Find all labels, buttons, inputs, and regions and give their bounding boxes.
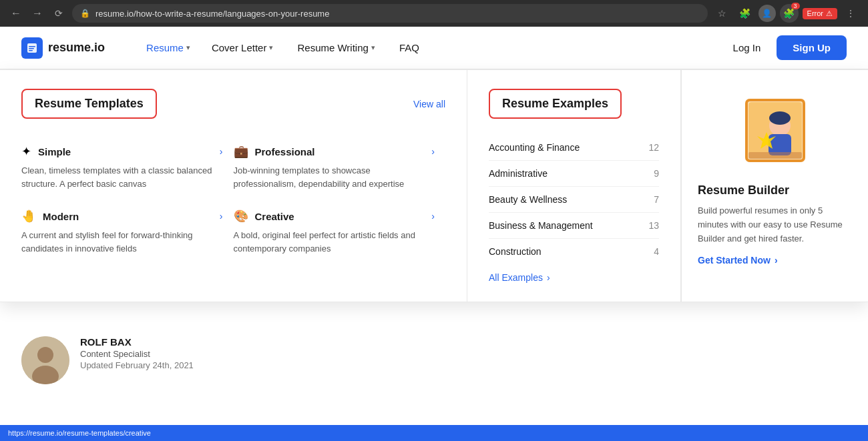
arrow-right-icon: ›: [431, 211, 435, 222]
lock-icon: 🔒: [80, 9, 90, 18]
main-nav: Resume ▾ Cover Letter ▾ Resume Writing ▾…: [137, 37, 704, 59]
template-item-simple[interactable]: ✦ Simple › Clean, timeless templates wit…: [21, 135, 234, 199]
browser-action-buttons: ☆ 🧩 👤 3 🧩 Error ⚠ ⋮: [713, 4, 860, 23]
templates-section: Resume Templates View all ✦ Simple › Cle…: [0, 70, 467, 302]
promo-title: Resume Builder: [698, 183, 789, 197]
author-name: ROLF BAX: [80, 336, 194, 348]
extension-area: 3 🧩: [780, 4, 799, 23]
ext-button[interactable]: 3 🧩: [780, 4, 799, 23]
nav-dropdown: Resume Templates View all ✦ Simple › Cle…: [0, 69, 868, 302]
example-row-construction[interactable]: Construction 4: [489, 239, 659, 264]
template-item-professional[interactable]: 💼 Professional › Job-winning templates t…: [234, 135, 446, 199]
author-info: ROLF BAX Content Specialist Updated Febr…: [80, 336, 194, 370]
error-label: Error: [807, 9, 823, 17]
url-text: resume.io/how-to-write-a-resume/language…: [95, 9, 329, 19]
all-examples-label: All Examples: [489, 272, 543, 283]
nav-resume[interactable]: Resume ▾: [137, 37, 200, 59]
example-row-business[interactable]: Business & Management 13: [489, 213, 659, 239]
author-date: Updated February 24th, 2021: [80, 360, 194, 370]
nav-resume-writing[interactable]: Resume Writing ▾: [288, 37, 384, 59]
get-started-link[interactable]: Get Started Now ›: [698, 255, 778, 266]
star-button[interactable]: ☆: [713, 4, 732, 23]
examples-title: Resume Examples: [489, 89, 622, 119]
browser-chrome: ← → ⟳ 🔒 resume.io/how-to-write-a-resume/…: [0, 0, 868, 27]
site-header: resume.io Resume ▾ Cover Letter ▾ Resume…: [0, 27, 868, 69]
promo-illustration-area: [698, 89, 852, 175]
templates-title: Resume Templates: [21, 89, 157, 119]
template-item-creative[interactable]: 🎨 Creative › A bold, original feel perfe…: [234, 199, 446, 264]
url-bar[interactable]: 🔒 resume.io/how-to-write-a-resume/langua…: [72, 4, 708, 23]
example-row-beauty[interactable]: Beauty & Wellness 7: [489, 187, 659, 213]
view-all-link[interactable]: View all: [413, 99, 445, 109]
svg-point-8: [769, 111, 791, 125]
svg-rect-1: [29, 46, 35, 47]
profile-circle: 👤: [758, 5, 776, 22]
get-started-label: Get Started Now: [698, 255, 771, 266]
arrow-right-icon: ›: [775, 255, 778, 266]
arrow-right-icon: ›: [220, 146, 223, 157]
forward-button[interactable]: →: [29, 5, 45, 21]
svg-point-13: [37, 347, 53, 363]
back-button[interactable]: ←: [8, 5, 24, 21]
template-item-modern[interactable]: 🤚 Modern › A current and stylish feel fo…: [21, 199, 234, 264]
chevron-down-icon: ▾: [186, 43, 190, 52]
svg-rect-3: [29, 50, 33, 51]
author-area: ROLF BAX Content Specialist Updated Febr…: [21, 336, 194, 384]
resume-builder-illustration: [732, 89, 819, 175]
template-grid: ✦ Simple › Clean, timeless templates wit…: [21, 135, 445, 264]
signup-button[interactable]: Sign Up: [777, 35, 847, 60]
briefcase-icon: 💼: [234, 144, 248, 159]
extension-button-1[interactable]: 🧩: [736, 4, 754, 23]
svg-rect-11: [748, 152, 802, 159]
svg-rect-2: [29, 48, 34, 49]
nav-cover-letter[interactable]: Cover Letter ▾: [202, 37, 283, 59]
logo[interactable]: resume.io: [21, 37, 105, 59]
error-icon: ⚠: [826, 9, 833, 18]
logo-text: resume.io: [48, 41, 105, 55]
all-examples-link[interactable]: All Examples ›: [489, 272, 659, 283]
login-button[interactable]: Log In: [725, 37, 769, 59]
example-row-accounting[interactable]: Accounting & Finance 12: [489, 135, 659, 161]
templates-section-header: Resume Templates View all: [21, 89, 445, 119]
chevron-down-icon: ▾: [371, 43, 375, 52]
logo-icon: [21, 37, 43, 59]
examples-list: Accounting & Finance 12 Administrative 9…: [489, 135, 659, 264]
nav-faq[interactable]: FAQ: [390, 37, 429, 59]
hand-icon: 🤚: [21, 209, 36, 224]
refresh-button[interactable]: ⟳: [51, 5, 67, 21]
arrow-right-icon: ›: [431, 146, 435, 157]
author-role: Content Specialist: [80, 349, 194, 359]
author-avatar: [21, 336, 69, 384]
examples-section-header: Resume Examples: [489, 89, 659, 119]
promo-section: Resume Builder Build powerful resumes in…: [681, 70, 868, 302]
main-content: ROLF BAX Content Specialist Updated Febr…: [0, 310, 868, 411]
sparkle-icon: ✦: [21, 144, 31, 159]
examples-section: Resume Examples Accounting & Finance 12 …: [467, 70, 681, 302]
chevron-right-icon: ›: [547, 272, 550, 283]
example-row-administrative[interactable]: Administrative 9: [489, 161, 659, 187]
menu-button[interactable]: ⋮: [841, 4, 860, 23]
error-badge: Error ⚠: [803, 8, 837, 19]
header-actions: Log In Sign Up: [725, 35, 847, 60]
palette-icon: 🎨: [234, 209, 248, 224]
promo-desc: Build powerful resumes in only 5 minutes…: [698, 204, 852, 246]
chevron-down-icon: ▾: [269, 43, 273, 52]
site-wrapper: resume.io Resume ▾ Cover Letter ▾ Resume…: [0, 27, 868, 411]
arrow-right-icon: ›: [220, 211, 223, 222]
